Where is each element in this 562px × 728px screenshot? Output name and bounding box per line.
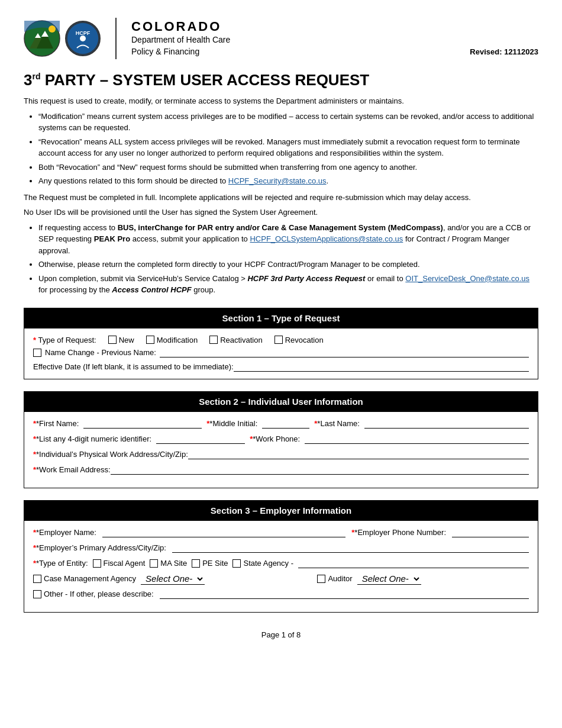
state-name: COLORADO [131,19,230,34]
type-request-label: * Type of Request: [33,336,96,344]
name-change-label: Name Change - Previous Name: [45,348,156,357]
security-email-link[interactable]: HCPF_Security@state.co.us [228,176,327,185]
section1-header: Section 1 – Type of Request [24,308,538,328]
last-name-input[interactable] [364,419,529,429]
name-row: **First Name: **Middle Initial: **Last N… [33,419,529,429]
intro-line1: This request is used to create, modify, … [24,95,538,107]
type-request-row: * Type of Request: New Modification Reac… [33,336,529,344]
logo-area: HCPF [24,20,101,57]
checkbox-modification[interactable]: Modification [146,336,198,344]
logo-section: HCPF COLORADO Department of Health Care … [24,18,230,59]
bullet-submit: Upon completion, submit via ServiceHub’s… [38,273,538,296]
pe-site-label: PE Site [202,559,228,568]
first-name-input[interactable] [83,419,202,429]
section3-header: Section 3 – Employer Information [24,500,538,521]
checkbox-new[interactable]: New [108,336,134,344]
page-footer: Page 1 of 8 [24,630,538,639]
checkbox-revocation-label: Revocation [285,336,324,344]
employer-address-input[interactable] [172,543,529,553]
intro-line3: No User IDs will be provisioned until th… [24,207,538,218]
checkbox-auditor-box[interactable] [317,575,325,583]
checkbox-reactivation-label: Reactivation [220,336,263,344]
checkbox-new-label: New [119,336,134,344]
org-info: COLORADO Department of Health Care Polic… [131,19,230,57]
work-phone-input[interactable] [305,434,529,444]
checkbox-pe-site-box[interactable] [192,559,200,568]
effective-date-input[interactable] [234,362,529,372]
identifier-row: **List any 4-digit numeric identifier: *… [33,434,529,444]
identifier-input[interactable] [156,434,245,444]
dept-name: Department of Health Care Policy & Finan… [131,34,230,57]
email-input[interactable] [111,465,529,475]
checkbox-name-change[interactable] [33,349,41,357]
fiscal-agent-label: Fiscal Agent [104,559,146,568]
employer-name-input[interactable] [102,528,345,537]
bullet-modification: “Modification” means current system acce… [38,111,538,134]
case-mgmt-select[interactable]: Select One- [141,573,205,585]
section2-header: Section 2 – Individual User Information [24,391,538,412]
name-change-row: Name Change - Previous Name: [33,348,529,357]
other-label: Other - If other, please describe: [44,590,154,598]
middle-initial-input[interactable] [262,419,309,429]
checkbox-revocation-box[interactable] [274,336,283,344]
checkbox-state-agency[interactable]: State Agency - [232,559,293,568]
employer-phone-label: **Employer Phone Number: [351,528,446,537]
checkbox-modification-box[interactable] [146,336,154,344]
identifier-label: **List any 4-digit numeric identifier: [33,434,151,443]
checkbox-case-mgmt-box[interactable] [33,575,41,583]
ma-site-label: MA Site [160,559,187,568]
employer-address-label: **Employer’s Primary Address/City/Zip: [33,543,166,552]
intro-bullets: “Modification” means current system acce… [24,111,538,187]
bullet-return: Otherwise, please return the completed f… [38,259,538,270]
revised-date: Revised: 12112023 [470,47,538,59]
checkbox-auditor[interactable]: Auditor [317,574,352,583]
checkbox-reactivation[interactable]: Reactivation [209,336,263,344]
svg-text:HCPF: HCPF [76,30,91,36]
checkbox-state-agency-box[interactable] [232,559,241,568]
intro-line2: The Request must be completed in full. I… [24,192,538,204]
employer-name-row: **Employer Name: **Employer Phone Number… [33,528,529,537]
oit-email-link[interactable]: OIT_ServiceDesk_One@state.co.us [405,274,529,283]
address-input[interactable] [188,450,529,459]
ocl-email-link[interactable]: HCPF_OCLSystemApplications@state.co.us [250,234,403,243]
checkbox-name-change-box[interactable] [33,349,41,357]
middle-initial-label: **Middle Initial: [206,419,257,428]
checkbox-fiscal-agent[interactable]: Fiscal Agent [93,559,146,568]
employer-phone-input[interactable] [452,528,529,537]
intro-bullets2: If requesting access to BUS, interChange… [24,222,538,296]
other-row: Other - If other, please describe: [33,590,529,599]
checkbox-fiscal-agent-box[interactable] [93,559,101,568]
type-entity-label: **Type of Entity: [33,559,88,568]
checkbox-ma-site-box[interactable] [150,559,158,568]
effective-date-row: Effective Date (If left blank, it is ass… [33,362,529,372]
checkbox-ma-site[interactable]: MA Site [150,559,187,568]
section2-body: **First Name: **Middle Initial: **Last N… [24,412,538,488]
bullet-bus: If requesting access to BUS, interChange… [38,222,538,257]
checkbox-revocation[interactable]: Revocation [274,336,324,344]
checkbox-case-mgmt[interactable]: Case Management Agency [33,574,136,583]
case-mgmt-label: Case Management Agency [44,574,136,583]
checkbox-pe-site[interactable]: PE Site [192,559,228,568]
effective-date-label: Effective Date (If left blank, it is ass… [33,362,234,371]
svg-point-5 [49,25,56,33]
state-agency-input[interactable] [298,559,529,568]
type-entity-row: **Type of Entity: Fiscal Agent MA Site P… [33,559,529,568]
checkbox-other-box[interactable] [33,590,41,598]
state-agency-label: State Agency - [243,559,293,568]
checkbox-new-box[interactable] [108,336,117,344]
page-title: 3rd PARTY – SYSTEM USER ACCESS REQUEST [24,71,538,89]
checkbox-reactivation-box[interactable] [209,336,218,344]
case-mgmt-row: Case Management Agency Select One- Audit… [33,573,529,585]
hcpf-logo: HCPF [65,21,101,56]
checkbox-other[interactable]: Other - If other, please describe: [33,590,154,598]
first-name-label: **First Name: [33,419,79,428]
address-label: **Individual’s Physical Work Address/Cit… [33,450,188,459]
bullet-revocation: “Revocation” means ALL system access pri… [38,136,538,159]
last-name-label: **Last Name: [314,419,360,428]
auditor-select[interactable]: Select One- [357,573,421,585]
page-number: Page 1 of 8 [261,630,301,639]
checkbox-modification-label: Modification [157,336,198,344]
email-row: **Work Email Address: [33,465,529,475]
name-change-input[interactable] [160,348,529,357]
other-input[interactable] [160,590,529,599]
